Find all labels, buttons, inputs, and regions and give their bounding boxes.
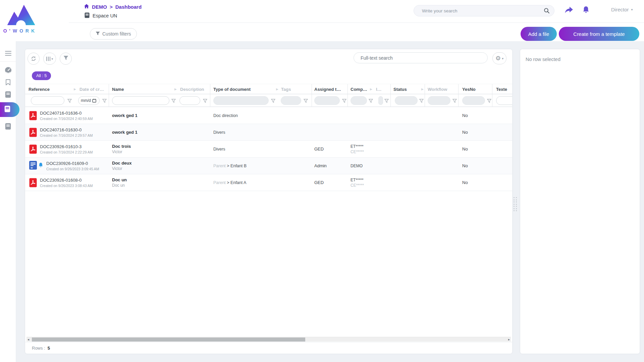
columns-button[interactable]: ▾ xyxy=(43,53,56,65)
filter-funnel-icon[interactable] xyxy=(304,98,308,104)
detail-panel: No row selected xyxy=(520,49,640,354)
sidebar-menu-toggle[interactable] xyxy=(0,47,16,59)
filter-funnel-icon[interactable] xyxy=(384,98,389,104)
table-settings-button[interactable]: ⚙ ▾ xyxy=(492,52,506,64)
column-header-yesno[interactable]: YesNo xyxy=(462,86,476,92)
column-header-reference[interactable]: Reference xyxy=(29,86,50,92)
create-from-template-button[interactable]: Create from a template xyxy=(559,27,639,41)
home-icon[interactable] xyxy=(84,4,89,10)
gear-icon: ⚙ xyxy=(495,55,501,61)
row-created: Created on 7/16/2024 2:22:29 AM xyxy=(40,150,93,154)
column-header-workflow[interactable]: Workflow xyxy=(428,86,447,92)
filter-button[interactable] xyxy=(60,53,72,65)
add-file-button[interactable]: Add a file xyxy=(521,27,557,41)
filter-yesno-select[interactable] xyxy=(462,96,485,105)
svg-text:w: w xyxy=(31,166,33,169)
search-icon[interactable] xyxy=(544,8,550,15)
row-yesno: No xyxy=(459,158,492,174)
sidebar-item-bookmarks[interactable] xyxy=(0,77,16,89)
scrollbar-thumb[interactable] xyxy=(32,338,305,342)
column-header-assigned-to[interactable]: Assigned t… xyxy=(314,86,341,92)
share-icon[interactable] xyxy=(565,6,573,15)
column-header-texte[interactable]: Texte xyxy=(496,86,507,92)
notification-bell-icon xyxy=(38,162,43,169)
column-header-name[interactable]: Name xyxy=(112,86,124,92)
filter-tags-select[interactable] xyxy=(281,96,301,105)
column-header-tags[interactable]: Tags xyxy=(281,86,291,92)
breadcrumb-root[interactable]: DEMO xyxy=(92,4,107,10)
column-header-comp[interactable]: Comp… xyxy=(351,86,367,92)
user-role-menu[interactable]: Director ▾ xyxy=(611,7,633,12)
sidebar-item-dashboard[interactable] xyxy=(0,65,16,77)
table-filter-row: mm/d xyxy=(25,94,512,107)
sidebar-item-archive[interactable] xyxy=(0,121,16,133)
filter-texte-input[interactable] xyxy=(496,97,512,105)
row-reference: DOC240716-01636-0 xyxy=(40,111,93,116)
scroll-left-arrow[interactable]: ◂ xyxy=(28,337,29,342)
breadcrumb-current[interactable]: Dashboard xyxy=(115,4,142,10)
row-assigned: GED xyxy=(312,174,348,191)
filter-funnel-icon[interactable] xyxy=(487,98,491,104)
table-row[interactable]: DOC230926-01608-0 Created on 9/26/2023 3… xyxy=(25,174,512,191)
filter-funnel-icon[interactable] xyxy=(203,98,207,104)
filter-type-select[interactable] xyxy=(213,96,269,105)
filter-workflow-select[interactable] xyxy=(428,96,450,105)
table-row[interactable]: w DOC230926-01609-0 Created on 9/26/2023… xyxy=(25,158,512,174)
table-row[interactable]: DOC230926-01610-3 Created on 7/16/2024 2… xyxy=(25,141,512,158)
panel-resize-handle[interactable] xyxy=(514,197,517,211)
row-yesno: No xyxy=(459,141,492,157)
row-reference: DOC230926-01610-3 xyxy=(40,144,93,149)
column-header-status[interactable]: Status xyxy=(393,86,407,92)
row-name-subtitle: Victor xyxy=(112,166,132,171)
fulltext-search-input[interactable] xyxy=(354,52,488,63)
table-body: DOC240716-01636-0 Created on 7/16/2024 2… xyxy=(25,107,512,191)
filter-reference-input[interactable] xyxy=(31,97,64,105)
filter-funnel-icon[interactable] xyxy=(369,98,373,104)
scroll-right-arrow[interactable]: ▸ xyxy=(508,337,510,342)
row-yesno: No xyxy=(459,107,492,124)
filter-badge-all[interactable]: All : 5 xyxy=(32,71,51,80)
sidebar-item-library[interactable] xyxy=(0,89,16,101)
filter-funnel-icon[interactable] xyxy=(419,98,424,104)
filter-date-input[interactable]: mm/d xyxy=(78,96,100,105)
notifications-bell-icon[interactable] xyxy=(582,6,590,15)
horizontal-scrollbar[interactable]: ◂ ▸ xyxy=(26,337,511,342)
filter-funnel-icon[interactable] xyxy=(171,98,176,104)
row-name: Doc un xyxy=(112,177,127,182)
calendar-icon xyxy=(92,99,96,103)
table-header-row: Reference ▶ Date of cr… Name ▶ Descripti… xyxy=(25,84,512,94)
row-type: Divers xyxy=(213,130,225,135)
column-header-type-of-document[interactable]: Type of document xyxy=(213,86,251,92)
custom-filters-button[interactable]: Custom filters xyxy=(90,28,137,40)
brand-name: O'WORK xyxy=(3,28,38,34)
row-reference: DOC230926-01608-0 xyxy=(40,178,93,183)
refresh-button[interactable] xyxy=(28,53,40,65)
filter-funnel-icon[interactable] xyxy=(271,98,275,104)
sort-arrow-icon: ▶ xyxy=(370,87,372,91)
breadcrumb: DEMO > Dashboard xyxy=(84,4,142,10)
app-logo[interactable]: O'WORK xyxy=(3,1,38,34)
table-row[interactable]: DOC240716-01630-0 Created on 7/16/2024 2… xyxy=(25,124,512,141)
sort-arrow-icon: ▶ xyxy=(421,87,424,91)
book-icon xyxy=(85,12,90,19)
table-row[interactable]: DOC240716-01636-0 Created on 7/16/2024 2… xyxy=(25,107,512,124)
filter-funnel-icon[interactable] xyxy=(342,98,346,104)
column-header-date-of-creation[interactable]: Date of cr… xyxy=(79,86,104,92)
filter-comp-select[interactable] xyxy=(351,96,367,105)
row-reference: DOC230926-01609-0 xyxy=(46,161,99,166)
column-header-i[interactable]: I… xyxy=(376,86,382,92)
row-type: Divers xyxy=(213,147,225,152)
sidebar-item-documents-active[interactable] xyxy=(0,102,19,117)
filter-name-input[interactable] xyxy=(112,97,169,105)
row-comp-secondary: CE***** xyxy=(351,183,364,188)
documents-table-card: ▾ ⚙ ▾ All : 5 Reference ▶ Date of cr… Na… xyxy=(25,49,512,354)
filter-status-select[interactable] xyxy=(395,96,418,105)
filter-funnel-icon[interactable] xyxy=(452,98,457,104)
global-search-input[interactable] xyxy=(414,5,554,16)
column-header-description[interactable]: Description xyxy=(180,86,204,92)
filter-funnel-icon[interactable] xyxy=(67,98,72,104)
filter-assigned-select[interactable] xyxy=(314,96,340,105)
filter-funnel-icon[interactable] xyxy=(102,98,107,104)
filter-description-input[interactable] xyxy=(180,97,200,105)
filter-i-select[interactable] xyxy=(378,96,383,105)
